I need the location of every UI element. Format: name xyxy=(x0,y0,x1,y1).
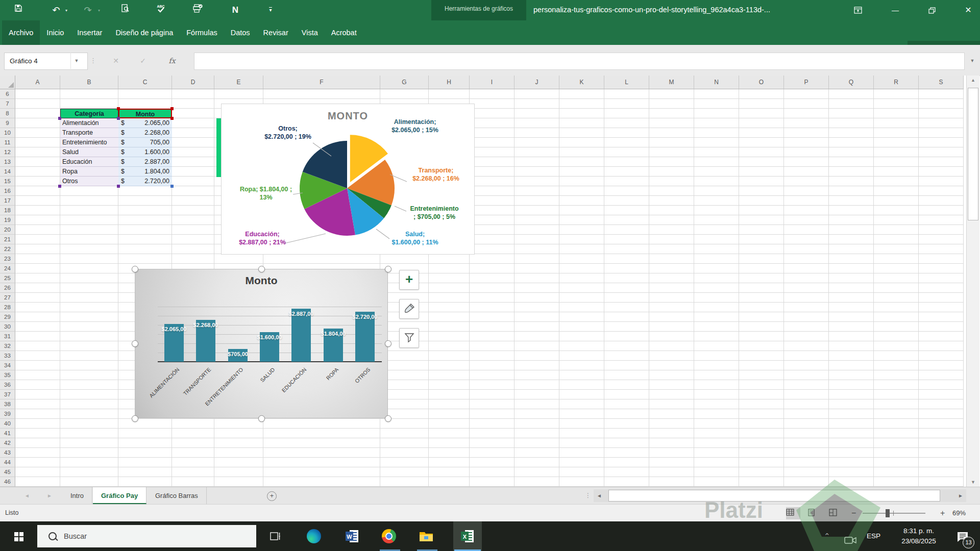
row-header-40[interactable]: 40 xyxy=(0,419,15,429)
new-sheet-button[interactable]: + xyxy=(267,491,277,501)
view-page-break-button[interactable] xyxy=(829,507,843,519)
row-header-19[interactable]: 19 xyxy=(0,215,15,225)
chart-filters-button[interactable] xyxy=(399,328,419,348)
scroll-down-icon[interactable]: ▼ xyxy=(967,480,979,485)
row-header-16[interactable]: 16 xyxy=(0,186,15,196)
tab-scroll-splitter[interactable]: ⋮ xyxy=(585,487,591,504)
sheet-nav-left-icon[interactable]: ◄ xyxy=(24,487,30,504)
range-handle-blue[interactable] xyxy=(170,185,174,188)
row-header-28[interactable]: 28 xyxy=(0,303,15,312)
enter-formula-icon[interactable]: ✓ xyxy=(132,53,154,69)
table-row-monto[interactable]: $2.268,00 xyxy=(118,128,172,138)
row-header-9[interactable]: 9 xyxy=(0,118,15,128)
zoom-slider-track[interactable] xyxy=(863,513,925,514)
row-header-14[interactable]: 14 xyxy=(0,167,15,177)
row-header-12[interactable]: 12 xyxy=(0,147,15,157)
ribbon-tab-inicio[interactable]: Inicio xyxy=(40,20,70,45)
row-header-24[interactable]: 24 xyxy=(0,264,15,273)
name-box-dropdown-icon[interactable]: ▼ xyxy=(70,53,82,69)
row-header-18[interactable]: 18 xyxy=(0,206,15,215)
table-header-monto[interactable]: Monto xyxy=(118,109,172,118)
view-normal-button[interactable] xyxy=(786,507,800,519)
redo-dropdown-icon[interactable]: ▾ xyxy=(98,8,100,13)
meet-now-button[interactable] xyxy=(841,531,860,549)
chart-selection-handle[interactable] xyxy=(385,266,391,272)
save-icon[interactable] xyxy=(14,4,29,12)
row-header-29[interactable]: 29 xyxy=(0,312,15,322)
range-handle-red[interactable] xyxy=(117,107,120,110)
ribbon-tab-fórmulas[interactable]: Fórmulas xyxy=(180,20,224,45)
select-all-corner[interactable] xyxy=(0,76,15,89)
undo-dropdown-icon[interactable]: ▾ xyxy=(65,8,67,13)
sheet-tab-gráfico-pay[interactable]: Gráfico Pay xyxy=(93,487,146,504)
row-header-25[interactable]: 25 xyxy=(0,273,15,283)
zoom-in-button[interactable]: + xyxy=(940,505,945,521)
table-row-monto[interactable]: $2.720,00 xyxy=(118,177,172,186)
row-header-35[interactable]: 35 xyxy=(0,370,15,380)
sheet-tab-gráfico-barras[interactable]: Gráfico Barras xyxy=(147,487,207,504)
formula-bar-expand-icon[interactable]: ▼ xyxy=(967,53,978,69)
column-header-L[interactable]: L xyxy=(604,76,649,89)
row-header-22[interactable]: 22 xyxy=(0,244,15,254)
table-row-monto[interactable]: $1.804,00 xyxy=(118,167,172,177)
table-row-monto[interactable]: $705,00 xyxy=(118,138,172,147)
ribbon-tab-datos[interactable]: Datos xyxy=(224,20,257,45)
row-header-32[interactable]: 32 xyxy=(0,341,15,351)
column-header-N[interactable]: N xyxy=(694,76,739,89)
row-header-27[interactable]: 27 xyxy=(0,293,15,303)
vertical-scroll-thumb[interactable] xyxy=(968,88,978,220)
chart-selection-handle[interactable] xyxy=(385,340,391,347)
table-row-monto[interactable]: $2.065,00 xyxy=(118,118,172,128)
row-header-15[interactable]: 15 xyxy=(0,177,15,186)
row-header-11[interactable]: 11 xyxy=(0,138,15,147)
ribbon-tab-insertar[interactable]: Insertar xyxy=(70,20,109,45)
column-header-M[interactable]: M xyxy=(649,76,694,89)
edge-button[interactable] xyxy=(305,527,323,545)
zoom-level[interactable]: 69% xyxy=(952,505,966,521)
taskbar-search[interactable]: Buscar xyxy=(37,525,256,547)
row-header-38[interactable]: 38 xyxy=(0,399,15,409)
task-view-button[interactable] xyxy=(266,527,285,545)
row-header-8[interactable]: 8 xyxy=(0,109,15,118)
row-header-10[interactable]: 10 xyxy=(0,128,15,138)
row-header-34[interactable]: 34 xyxy=(0,361,15,370)
insert-function-icon[interactable]: fx xyxy=(161,53,183,69)
table-row-categoria[interactable]: Otros xyxy=(60,177,118,186)
view-page-layout-button[interactable] xyxy=(807,507,822,519)
row-header-39[interactable]: 39 xyxy=(0,409,15,419)
column-header-S[interactable]: S xyxy=(919,76,964,89)
row-header-31[interactable]: 31 xyxy=(0,332,15,341)
row-header-17[interactable]: 17 xyxy=(0,196,15,206)
row-header-23[interactable]: 23 xyxy=(0,254,15,264)
table-row-categoria[interactable]: Salud xyxy=(60,147,118,157)
table-row-categoria[interactable]: Entretenimiento xyxy=(60,138,118,147)
close-button[interactable]: ✕ xyxy=(957,0,980,20)
column-header-I[interactable]: I xyxy=(470,76,514,89)
ribbon-tab-acrobat[interactable]: Acrobat xyxy=(325,20,363,45)
range-handle-purple[interactable] xyxy=(117,185,120,188)
column-header-O[interactable]: O xyxy=(739,76,784,89)
column-header-F[interactable]: F xyxy=(263,76,380,89)
word-button[interactable]: W xyxy=(343,527,361,545)
excel-button[interactable]: X xyxy=(458,527,477,545)
row-header-41[interactable]: 41 xyxy=(0,429,15,438)
chart-selection-handle[interactable] xyxy=(132,340,138,347)
row-header-46[interactable]: 46 xyxy=(0,477,15,487)
chrome-button[interactable] xyxy=(380,527,398,545)
chart-selection-handle[interactable] xyxy=(385,415,391,422)
row-header-45[interactable]: 45 xyxy=(0,467,15,477)
row-header-7[interactable]: 7 xyxy=(0,99,15,109)
row-header-37[interactable]: 37 xyxy=(0,390,15,399)
formula-input[interactable] xyxy=(194,53,965,70)
print-preview-icon[interactable] xyxy=(121,4,135,13)
row-header-21[interactable]: 21 xyxy=(0,235,15,244)
tray-chevron-icon[interactable]: ⌃ xyxy=(824,521,830,551)
range-handle-purple[interactable] xyxy=(58,117,61,120)
undo-icon[interactable]: ↶ xyxy=(49,4,63,16)
column-header-E[interactable]: E xyxy=(214,76,263,89)
sheet-tab-intro[interactable]: Intro xyxy=(62,487,92,504)
ribbon-display-options-icon[interactable] xyxy=(846,0,870,20)
quick-print-icon[interactable] xyxy=(192,4,207,13)
chart-selection-handle[interactable] xyxy=(258,266,265,272)
table-row-categoria[interactable]: Transporte xyxy=(60,128,118,138)
